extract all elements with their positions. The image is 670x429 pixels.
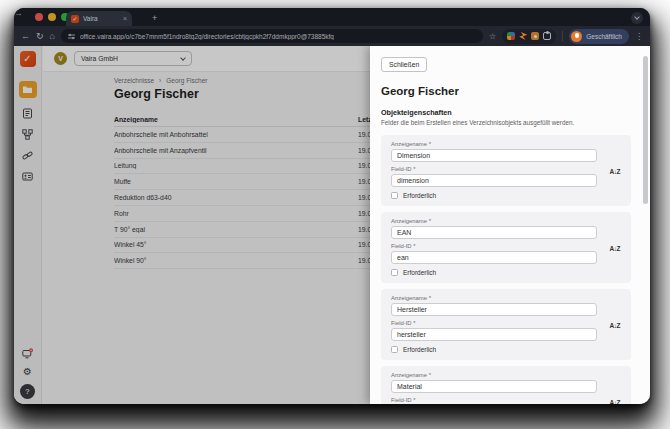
object-property-card: Anzeigename * Field-ID * Erforderlich A↓… <box>381 366 631 404</box>
extensions-puzzle-icon[interactable] <box>543 32 551 40</box>
anzeigename-label: Anzeigename * <box>391 218 621 224</box>
erforderlich-label: Erforderlich <box>403 192 436 199</box>
drawer-scrollbar[interactable] <box>643 56 648 204</box>
properties-drawer: Schließen Georg Fischer Objekteigenschaf… <box>370 46 650 404</box>
app-root: ✓ <box>14 46 650 404</box>
drawer-title: Georg Fischer <box>381 85 636 97</box>
sort-alphabetical-icon[interactable]: A↓Z <box>610 399 620 404</box>
drawer-section-description: Felder die beim Erstellen eines Verzeich… <box>381 119 636 126</box>
property-cards: Anzeigename * Field-ID * Erforderlich A↓… <box>381 135 636 404</box>
sort-alphabetical-icon[interactable]: A↓Z <box>610 168 620 175</box>
sort-alphabetical-icon[interactable]: A↓Z <box>610 322 620 329</box>
anzeigename-input[interactable] <box>391 226 597 239</box>
field-id-label: Field-ID * <box>391 243 621 249</box>
erforderlich-label: Erforderlich <box>403 269 436 276</box>
sort-alphabetical-icon[interactable]: A↓Z <box>610 245 620 252</box>
erforderlich-checkbox[interactable] <box>391 192 398 199</box>
object-property-card: Anzeigename * Field-ID * Erforderlich A↓… <box>381 289 631 360</box>
profile-avatar <box>571 31 582 42</box>
field-id-label: Field-ID * <box>391 320 621 326</box>
object-property-card: Anzeigename * Field-ID * Erforderlich A↓… <box>381 212 631 283</box>
erforderlich-checkbox[interactable] <box>391 346 398 353</box>
field-id-input[interactable] <box>391 174 597 187</box>
close-drawer-button[interactable]: Schließen <box>381 57 427 72</box>
field-id-label: Field-ID * <box>391 397 621 403</box>
field-id-label: Field-ID * <box>391 166 621 172</box>
anzeigename-input[interactable] <box>391 303 597 316</box>
anzeigename-label: Anzeigename * <box>391 141 621 147</box>
erforderlich-label: Erforderlich <box>403 346 436 353</box>
anzeigename-label: Anzeigename * <box>391 295 621 301</box>
field-id-input[interactable] <box>391 251 597 264</box>
anzeigename-input[interactable] <box>391 380 597 393</box>
anzeigename-label: Anzeigename * <box>391 372 621 378</box>
browser-window: ✓ Vaira × + ← → ↻ ⌂ office.vaira.app/o/c… <box>14 8 650 404</box>
anzeigename-input[interactable] <box>391 149 597 162</box>
browser-toolbar: ← → ↻ ⌂ office.vaira.app/o/c7be7mnm5f1nd… <box>14 26 650 46</box>
field-id-input[interactable] <box>391 328 597 341</box>
erforderlich-checkbox[interactable] <box>391 269 398 276</box>
object-property-card: Anzeigename * Field-ID * Erforderlich A↓… <box>381 135 631 206</box>
drawer-section-title: Objekteigenschaften <box>381 108 636 117</box>
